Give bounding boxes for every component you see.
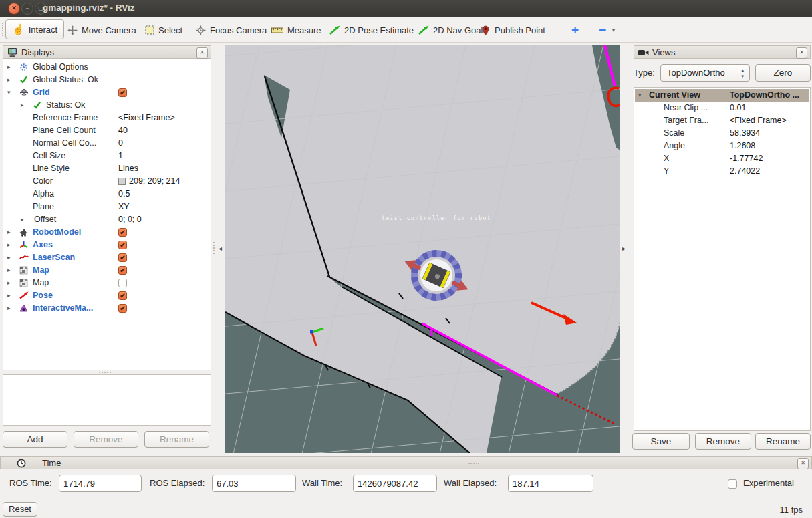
property-value[interactable]: 0; 0; 0	[118, 213, 142, 226]
display-row-offset[interactable]: ▸Offset0; 0; 0	[3, 213, 211, 226]
display-row-color[interactable]: Color209; 209; 214	[3, 175, 211, 188]
view-property-value[interactable]: 58.3934	[730, 127, 760, 140]
view-property-value[interactable]: 1.2608	[730, 140, 755, 152]
expander-icon[interactable]: ▾	[7, 86, 11, 99]
time-splitter-handle[interactable]	[468, 463, 479, 465]
display-row-alpha[interactable]: Alpha0.5	[3, 188, 211, 201]
tool-2d-nav-goal[interactable]: 2D Nav Goal	[415, 21, 486, 39]
collapse-left-icon[interactable]: ◂	[219, 245, 222, 252]
view-property-value[interactable]: 2.74022	[730, 165, 760, 178]
view-property-value[interactable]: -1.77742	[730, 152, 763, 165]
toolbar-drag-handle[interactable]	[2, 23, 5, 36]
reset-button[interactable]: Reset	[3, 502, 37, 517]
display-row-pose[interactable]: ▸Pose✔	[3, 289, 211, 302]
view-property-value[interactable]: 0.01	[730, 102, 746, 114]
views-tree[interactable]: ▾Current ViewTopDownOrtho ...Near Clip .…	[634, 87, 811, 431]
left-splitter-handle[interactable]	[213, 242, 216, 254]
rename-view-button[interactable]: Rename	[755, 433, 811, 450]
view-type-select[interactable]: TopDownOrtho ▴▾	[660, 64, 750, 82]
expander-icon[interactable]: ▸	[21, 99, 24, 112]
expander-icon[interactable]: ▸	[7, 251, 11, 264]
collapse-right-icon[interactable]: ▸	[622, 245, 626, 252]
enable-checkbox[interactable]: ✔	[118, 304, 127, 313]
property-value[interactable]: <Fixed Frame>	[118, 112, 175, 124]
display-row-global-options[interactable]: ▸Global Options	[3, 61, 211, 74]
experimental-checkbox[interactable]	[728, 479, 737, 489]
property-value[interactable]: 40	[118, 124, 128, 137]
tool-2d-pose-estimate[interactable]: 2D Pose Estimate	[326, 21, 417, 39]
render-viewport[interactable]: twist controller for robot	[225, 45, 620, 453]
view-row-y[interactable]: Y2.74022	[634, 165, 810, 178]
display-row-reference-frame[interactable]: Reference Frame<Fixed Frame>	[3, 112, 211, 124]
display-row-axes[interactable]: ▸Axes✔	[3, 239, 211, 251]
display-row-status-ok[interactable]: ▸Status: Ok	[3, 99, 211, 112]
enable-checkbox[interactable]: ✔	[118, 253, 127, 262]
color-swatch[interactable]	[118, 178, 126, 185]
tool-measure[interactable]: Measure	[268, 21, 325, 39]
display-row-line-style[interactable]: Line StyleLines	[3, 162, 211, 175]
expander-icon[interactable]: ▸	[7, 61, 11, 74]
display-row-plane[interactable]: PlaneXY	[3, 201, 211, 213]
expander-icon[interactable]: ▸	[7, 264, 11, 277]
expander-icon[interactable]: ▸	[7, 239, 11, 251]
add-display-button[interactable]: Add	[3, 431, 67, 448]
tool-focus-camera[interactable]: Focus Camera	[192, 21, 270, 39]
remove-view-button[interactable]: Remove	[695, 433, 751, 450]
display-row-interactivema-[interactable]: ▸InteractiveMa...✔	[3, 302, 211, 315]
views-close-icon[interactable]: ✕	[796, 47, 807, 59]
display-row-global-status-ok[interactable]: ▸Global Status: Ok	[3, 74, 211, 86]
view-property-value[interactable]: TopDownOrtho ...	[730, 89, 799, 102]
time-field-input-ros-time-[interactable]	[59, 475, 142, 492]
expander-icon[interactable]: ▸	[7, 74, 11, 86]
property-value[interactable]: Lines	[118, 162, 138, 175]
view-row-target-fra-[interactable]: Target Fra...<Fixed Frame>	[634, 114, 810, 127]
tool-move-camera[interactable]: Move Camera	[64, 21, 140, 39]
expander-icon[interactable]: ▾	[638, 89, 642, 102]
property-value[interactable]: 0.5	[118, 188, 130, 201]
tool-select[interactable]: Select	[141, 21, 186, 39]
displays-close-icon[interactable]: ✕	[196, 47, 208, 59]
display-row-cell-size[interactable]: Cell Size1	[3, 150, 211, 162]
enable-checkbox[interactable]: ✔	[118, 241, 127, 249]
property-value[interactable]: 1	[118, 150, 123, 162]
enable-checkbox[interactable]: ✔	[118, 266, 127, 275]
property-value[interactable]: 0	[118, 137, 123, 150]
display-row-laserscan[interactable]: ▸LaserScan✔	[3, 251, 211, 264]
display-row-plane-cell-count[interactable]: Plane Cell Count40	[3, 124, 211, 137]
time-close-icon[interactable]: ✕	[797, 458, 809, 469]
expander-icon[interactable]: ▸	[7, 289, 11, 302]
view-row-near-clip-[interactable]: Near Clip ...0.01	[634, 102, 810, 114]
view-property-value[interactable]: <Fixed Frame>	[730, 114, 787, 127]
enable-checkbox[interactable]: ✔	[118, 291, 127, 300]
spinner-arrows-icon[interactable]: ▴▾	[741, 67, 744, 79]
window-close-icon[interactable]: ✕	[8, 3, 20, 15]
display-row-map[interactable]: ▸Map	[3, 277, 211, 289]
expander-icon[interactable]: ▸	[7, 302, 11, 315]
display-row-normal-cell-co-[interactable]: Normal Cell Co...0	[3, 137, 211, 150]
view-row-x[interactable]: X-1.77742	[634, 152, 810, 165]
expander-icon[interactable]: ▸	[21, 213, 24, 226]
property-value[interactable]: XY	[118, 201, 130, 213]
tool-interact[interactable]: ☝Interact	[5, 19, 64, 39]
remove-display-button[interactable]: Remove	[74, 431, 138, 448]
save-view-button[interactable]: Save	[632, 433, 690, 450]
rename-display-button[interactable]: Rename	[144, 431, 209, 448]
display-row-grid[interactable]: ▾Grid✔	[3, 86, 211, 99]
time-field-input-ros-elapsed-[interactable]	[212, 475, 296, 492]
time-field-input-wall-time-[interactable]	[353, 475, 437, 492]
window-minimize-icon[interactable]: −	[21, 3, 33, 15]
remove-tool-button[interactable]: − ▾	[595, 21, 618, 39]
enable-checkbox[interactable]: ✔	[118, 88, 127, 97]
view-row-angle[interactable]: Angle1.2608	[634, 140, 810, 152]
property-value[interactable]: 209; 209; 214	[129, 175, 180, 188]
display-row-robotmodel[interactable]: ▸RobotModel✔	[3, 226, 211, 239]
add-tool-button[interactable]: +	[568, 21, 582, 39]
view-row-scale[interactable]: Scale58.3934	[634, 127, 810, 140]
displays-tree[interactable]: ▸Global Options▸Global Status: Ok▾Grid✔▸…	[3, 59, 211, 370]
expander-icon[interactable]: ▸	[7, 226, 11, 239]
display-row-map[interactable]: ▸Map✔	[3, 264, 211, 277]
time-field-input-wall-elapsed-[interactable]	[508, 475, 593, 492]
zero-button[interactable]: Zero	[755, 64, 811, 82]
view-row-current-view[interactable]: ▾Current ViewTopDownOrtho ...	[634, 89, 810, 102]
tool-publish-point[interactable]: Publish Point	[477, 21, 549, 39]
